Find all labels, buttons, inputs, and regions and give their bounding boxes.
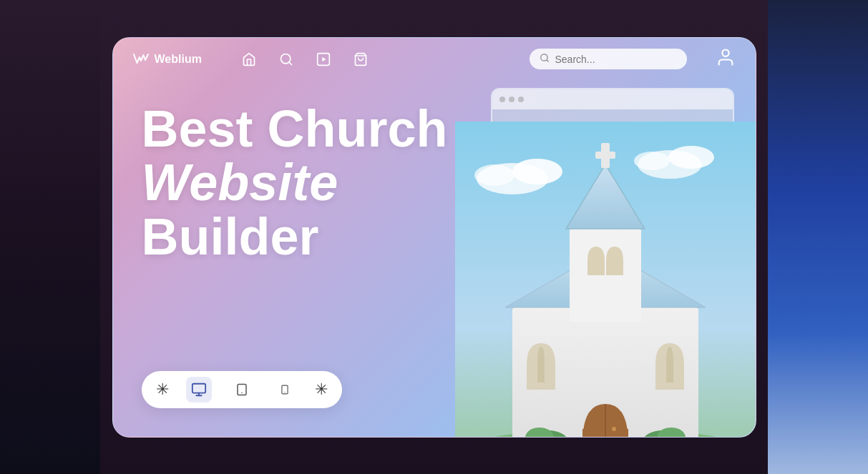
- nav-icons: [239, 49, 371, 69]
- play-icon[interactable]: [313, 49, 333, 69]
- svg-line-1: [289, 61, 292, 64]
- tablet-device-button[interactable]: [229, 377, 255, 403]
- hero-title: Best Church Website Builder: [142, 102, 727, 265]
- desktop-device-button[interactable]: [186, 377, 212, 403]
- main-card: Weblium: [112, 37, 756, 438]
- logo-icon: [133, 53, 149, 66]
- device-selector-bar: ✳: [142, 371, 342, 408]
- bg-right-curtain: [754, 0, 868, 474]
- svg-marker-3: [322, 56, 326, 61]
- search-bar-icon: [540, 53, 550, 65]
- svg-rect-8: [192, 383, 205, 392]
- svg-line-6: [546, 60, 548, 62]
- bg-left-curtain: [0, 0, 114, 474]
- left-asterisk: ✳: [156, 380, 169, 399]
- hero-line1: Best Church: [142, 100, 448, 157]
- search-bar[interactable]: [530, 49, 687, 69]
- mobile-device-button[interactable]: [272, 377, 298, 403]
- user-icon[interactable]: [716, 47, 736, 71]
- logo[interactable]: Weblium: [133, 53, 202, 66]
- hero-line2: Website: [142, 154, 338, 211]
- hero-line3: Builder: [142, 208, 319, 265]
- navbar: Weblium: [113, 38, 756, 81]
- svg-point-7: [722, 49, 728, 56]
- search-icon[interactable]: [276, 49, 296, 69]
- home-icon[interactable]: [239, 49, 259, 69]
- right-asterisk: ✳: [315, 380, 328, 399]
- bag-icon[interactable]: [351, 49, 371, 69]
- text-area: Best Church Website Builder ✳: [113, 81, 756, 437]
- search-input[interactable]: [555, 54, 677, 65]
- main-content: Best Church Website Builder ✳: [113, 81, 756, 437]
- outer-background: Weblium: [0, 0, 868, 474]
- logo-text: Weblium: [155, 53, 202, 66]
